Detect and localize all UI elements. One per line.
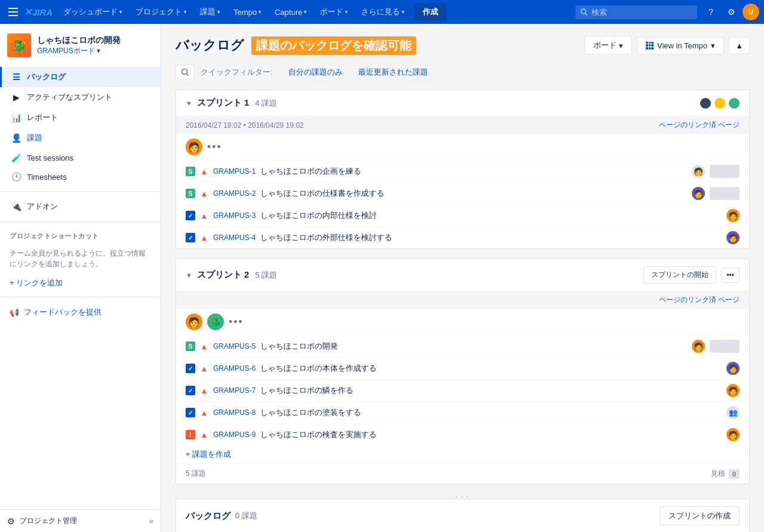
issue-key[interactable]: GRAMPUS-6	[213, 364, 255, 373]
sidebar-item-test-sessions[interactable]: 🧪 Test sessions	[0, 148, 161, 167]
nav-board[interactable]: ボード ▾	[314, 3, 354, 21]
nav-tempo[interactable]: Tempo ▾	[227, 4, 267, 20]
assignee-avatar-3[interactable]: 🐉	[207, 313, 224, 330]
settings-button[interactable]: ⚙	[722, 3, 740, 21]
issue-type-task-icon: ✓	[186, 211, 195, 220]
filter-updated[interactable]: 最近更新された課題	[353, 64, 433, 80]
sidebar-item-label: バックログ	[27, 72, 151, 82]
issue-key[interactable]: GRAMPUS-2	[213, 189, 255, 198]
shortcuts-title: プロジェクトショートカット	[0, 227, 161, 245]
user-avatar[interactable]: U	[743, 4, 759, 20]
sprint-1-more-options[interactable]: •••	[207, 141, 222, 153]
feedback-button[interactable]: 📢 フィードバックを提供	[0, 302, 161, 322]
estimate-badge: 見積 0	[711, 469, 740, 479]
issue-key[interactable]: GRAMPUS-1	[213, 167, 255, 176]
filter-mine[interactable]: 自分の課題のみ	[284, 64, 347, 80]
search-bar[interactable]	[575, 5, 697, 19]
issue-summary: しゃちほこロボの外部仕様を検討する	[260, 232, 722, 243]
sidebar-item-label: レポート	[27, 112, 151, 123]
issue-avatar[interactable]: 🧑	[692, 340, 705, 353]
sprint-2-toggle[interactable]: ▼	[186, 272, 192, 279]
issue-status-toggle[interactable]	[710, 340, 740, 353]
view-in-tempo-button[interactable]: View in Tempo ▾	[637, 37, 724, 54]
issue-key[interactable]: GRAMPUS-5	[213, 342, 255, 350]
issue-avatar[interactable]: 🧑	[692, 187, 705, 200]
add-link-button[interactable]: + リンクを追加	[0, 274, 161, 292]
sprint-1-dates: 2016/04/27 19:02 • 2016/04/29 19:02	[186, 121, 304, 130]
project-settings-button[interactable]: ⚙ プロジェクト管理 »	[0, 509, 161, 532]
sprint-1-count: 4 課題	[255, 98, 277, 109]
sprint-2-more-options[interactable]: •••	[229, 316, 244, 328]
sprint-2-issue-count: 5 課題	[186, 469, 206, 479]
search-input[interactable]	[592, 8, 692, 17]
sprint-1-page-link[interactable]: ページのリンク済 ページ	[659, 120, 740, 130]
filter-search[interactable]	[175, 64, 195, 80]
project-board-link[interactable]: GRAMPUSボード ▾	[37, 46, 153, 56]
help-button[interactable]: ?	[702, 3, 720, 21]
issue-avatar[interactable]: 🧑	[726, 428, 740, 441]
issue-key[interactable]: GRAMPUS-8	[213, 408, 255, 417]
search-icon	[580, 8, 588, 16]
table-row: ! ▲ GRAMPUS-9 しゃちほこロボの検査を実施する 🧑	[176, 423, 749, 445]
create-button[interactable]: 作成	[414, 3, 446, 21]
sidebar-item-issues[interactable]: 👤 課題	[0, 128, 161, 148]
priority-high-icon: ▲	[200, 430, 208, 439]
table-row: ✓ ▲ GRAMPUS-4 しゃちほこロボの外部仕様を検討する 🧑	[176, 226, 749, 248]
priority-high-icon: ▲	[200, 408, 208, 417]
issue-type-story-icon: S	[186, 342, 195, 351]
assignee-avatar-1[interactable]: 🧑	[186, 139, 202, 155]
collapse-button[interactable]: ▲	[729, 37, 750, 54]
project-name: しゃちほこロボの開発	[37, 35, 153, 46]
create-sprint-button[interactable]: スプリントの作成	[660, 506, 740, 525]
main-content: バックログ 課題のバックログを確認可能 ボード ▾ View	[161, 24, 764, 532]
issue-key[interactable]: GRAMPUS-9	[213, 430, 255, 439]
issue-type-story-icon: S	[186, 167, 195, 176]
sprint-2-panel: ▼ スプリント 2 5 課題 スプリントの開始 ••• ページのリンク済 ページ…	[175, 259, 750, 484]
issue-avatar[interactable]: 👥	[726, 406, 740, 419]
board-button[interactable]: ボード ▾	[584, 36, 632, 55]
nav-capture[interactable]: Capture ▾	[269, 4, 313, 20]
issue-key[interactable]: GRAMPUS-7	[213, 386, 255, 395]
assignee-avatar-2[interactable]: 🧑	[186, 313, 202, 330]
nav-more[interactable]: さらに見る ▾	[355, 3, 411, 21]
sidebar: 🐉 しゃちほこロボの開発 GRAMPUSボード ▾ ☰ バックログ ▶ アクティ…	[0, 24, 161, 532]
sidebar-item-backlog[interactable]: ☰ バックログ	[0, 67, 161, 87]
topnav-icons: ? ⚙ U	[702, 3, 759, 21]
shortcuts-description: チーム全員が見られるように、役立つ情報にリンクを追加しましょう。	[0, 245, 161, 274]
sidebar-item-label: Timesheets	[27, 173, 151, 182]
menu-icon[interactable]	[5, 4, 21, 20]
project-avatar[interactable]: 🐉	[7, 33, 31, 57]
page-header-left: バックログ 課題のバックログを確認可能	[175, 36, 416, 55]
issue-key[interactable]: GRAMPUS-3	[213, 211, 255, 220]
resize-handle[interactable]: • • •	[175, 494, 750, 499]
issue-avatar[interactable]: 🧑	[692, 165, 705, 178]
start-sprint-button[interactable]: スプリントの開始	[643, 266, 716, 284]
sprint-2-meta: ページのリンク済 ページ	[176, 291, 749, 309]
sidebar-item-active-sprint[interactable]: ▶ アクティブなスプリント	[0, 87, 161, 107]
issue-status-toggle[interactable]	[710, 187, 740, 200]
priority-high-icon: ▲	[200, 167, 208, 176]
tempo-grid-icon	[646, 42, 654, 50]
nav-projects[interactable]: プロジェクト ▾	[130, 3, 193, 21]
create-issue-button[interactable]: + 課題を作成	[176, 445, 749, 463]
issue-avatar[interactable]: 🧑	[726, 231, 740, 244]
sidebar-item-timesheets[interactable]: 🕐 Timesheets	[0, 167, 161, 186]
issue-avatar[interactable]: 🧑	[726, 384, 740, 397]
issue-key[interactable]: GRAMPUS-4	[213, 233, 255, 242]
issue-status-toggle[interactable]	[710, 165, 740, 178]
issue-avatar[interactable]: 🧑	[726, 362, 740, 375]
estimate-value: 0	[729, 469, 740, 479]
nav-dashboard[interactable]: ダッシュボード ▾	[57, 3, 128, 21]
issue-type-task-icon: ✓	[186, 386, 195, 395]
sidebar-item-reports[interactable]: 📊 レポート	[0, 107, 161, 128]
sprint-1-toggle[interactable]: ▼	[186, 100, 192, 107]
nav-issues[interactable]: 課題 ▾	[194, 3, 226, 21]
issue-avatar[interactable]: 🧑	[726, 209, 740, 222]
issues-icon: 👤	[11, 133, 21, 143]
sprint-menu-button[interactable]: •••	[721, 267, 740, 283]
app-logo[interactable]: ✕ JIRA	[24, 7, 53, 18]
sprint-2-header: ▼ スプリント 2 5 課題 スプリントの開始 •••	[176, 259, 749, 291]
sidebar-item-addons[interactable]: 🔌 アドオン	[0, 196, 161, 217]
sprint-2-page-link[interactable]: ページのリンク済 ページ	[659, 295, 740, 305]
backlog-title: バックログ	[186, 511, 230, 522]
